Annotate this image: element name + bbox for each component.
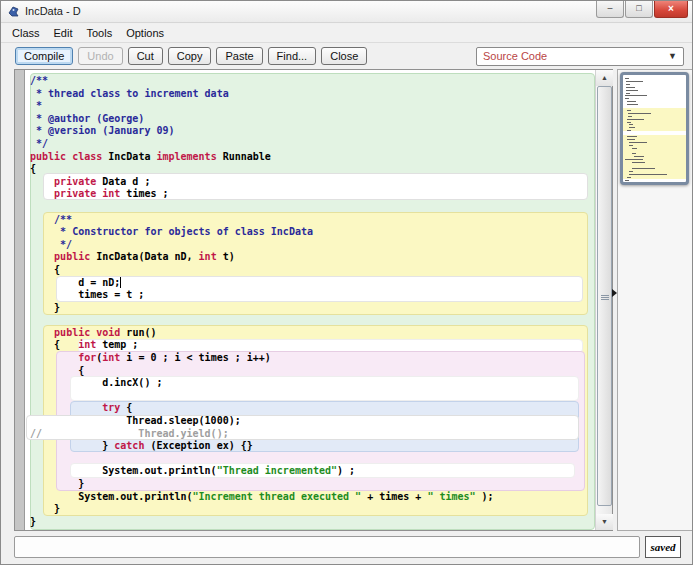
statusbar: saved	[1, 533, 693, 565]
code-line: private int times ;	[30, 188, 595, 201]
window-title: IncData - D	[25, 5, 81, 17]
mini-code-line	[628, 116, 632, 117]
code-line: System.out.println("Thread incremented")…	[30, 465, 595, 478]
mini-code-line	[625, 180, 629, 181]
code-line	[30, 314, 595, 327]
chevron-down-icon: ▼	[668, 48, 677, 65]
mini-code-line	[629, 145, 633, 146]
code-lines: /** * thread class to increment data * *…	[26, 75, 595, 528]
code-line: d = nD;	[30, 277, 595, 290]
mini-code-line	[629, 171, 633, 172]
minimize-button[interactable]: –	[596, 1, 624, 18]
naviview-viewport[interactable]	[620, 72, 689, 185]
copy-button[interactable]: Copy	[168, 47, 212, 65]
mini-code-line	[632, 168, 655, 169]
code-line: * @version (January 09)	[30, 125, 595, 138]
undo-button[interactable]: Undo	[78, 47, 122, 65]
text-caret	[120, 277, 121, 288]
mini-code-line	[629, 174, 667, 175]
mini-code-line	[629, 142, 647, 143]
code-line: * thread class to increment data	[30, 88, 595, 101]
code-line: */	[30, 138, 595, 151]
source-editor: /** * thread class to increment data * *…	[14, 69, 613, 531]
code-line: Thread.sleep(1000);	[30, 415, 595, 428]
breakpoint-gutter[interactable]	[15, 70, 25, 530]
toolbar: Compile Undo Cut Copy Paste Find... Clos…	[1, 43, 692, 69]
code-line: * Constructor for objects of class IncDa…	[30, 226, 595, 239]
menu-options[interactable]: Options	[119, 25, 171, 41]
status-message-field	[14, 536, 640, 558]
mini-code-line	[627, 104, 637, 105]
mini-code-line	[634, 156, 644, 157]
scroll-up-icon[interactable]: ▲	[596, 70, 613, 86]
code-line: * @author (George)	[30, 113, 595, 126]
mini-code-line	[625, 98, 629, 99]
titlebar: IncData - D – □ ×	[1, 1, 692, 23]
mini-code-line	[627, 177, 631, 178]
mini-code-line	[627, 122, 631, 123]
view-mode-dropdown[interactable]: Source Code ▼	[476, 47, 684, 66]
code-line: System.out.println("Increment thread exe…	[30, 491, 595, 504]
code-line: for(int i = 0 ; i < times ; i++)	[30, 352, 595, 365]
mini-code-line	[625, 95, 647, 96]
bluej-editor-window: IncData - D – □ × Class Edit Tools Optio…	[0, 0, 693, 565]
mini-code-line	[627, 110, 631, 111]
vertical-scrollbar[interactable]: ▲ ▼	[595, 70, 612, 530]
code-line: /**	[30, 75, 595, 88]
mini-code-line	[627, 101, 636, 102]
code-line: */	[30, 239, 595, 252]
compile-button[interactable]: Compile	[15, 47, 73, 65]
code-line: public void run()	[30, 327, 595, 340]
menu-edit[interactable]: Edit	[47, 25, 80, 41]
mini-code-line	[626, 87, 636, 88]
mini-code-line	[626, 90, 639, 91]
mini-code-line	[627, 119, 644, 120]
menubar: Class Edit Tools Options	[1, 24, 692, 43]
code-line: try {	[30, 402, 595, 415]
close-window-button[interactable]: ×	[654, 1, 688, 18]
mini-code-line	[628, 113, 651, 114]
mini-code-line	[627, 136, 636, 137]
code-line: {	[30, 264, 595, 277]
code-line: {	[30, 365, 595, 378]
mini-code-line	[632, 153, 636, 154]
maximize-button[interactable]: □	[625, 1, 653, 18]
code-line: }	[30, 516, 595, 529]
code-line: } catch (Exception ex) {}	[30, 440, 595, 453]
naviview-panel	[617, 69, 693, 531]
code-line	[30, 390, 595, 403]
code-line: d.incX() ;	[30, 377, 595, 390]
code-line: public class IncData implements Runnable	[30, 151, 595, 164]
code-line: {	[30, 163, 595, 176]
mini-code-line	[626, 84, 630, 85]
scroll-down-icon[interactable]: ▼	[596, 514, 613, 530]
code-line	[30, 201, 595, 214]
menu-tools[interactable]: Tools	[79, 25, 119, 41]
code-line: { int temp ;	[30, 339, 595, 352]
main-area: /** * thread class to increment data * *…	[1, 69, 693, 533]
close-editor-button[interactable]: Close	[321, 47, 367, 65]
scrollbar-thumb[interactable]	[597, 86, 612, 506]
menu-class[interactable]: Class	[5, 25, 47, 41]
paste-button[interactable]: Paste	[216, 47, 262, 65]
thumb-grip-icon	[601, 295, 609, 301]
cut-button[interactable]: Cut	[128, 47, 163, 65]
code-line: public IncData(Data nD, int t)	[30, 251, 595, 264]
mini-code-line	[627, 139, 635, 140]
mini-code-line	[632, 162, 646, 163]
mini-code-line	[627, 130, 631, 131]
find-button[interactable]: Find...	[268, 47, 317, 65]
code-line: *	[30, 100, 595, 113]
mini-code-line	[632, 148, 638, 149]
mini-code-line	[626, 81, 644, 82]
bluej-app-icon	[7, 5, 20, 18]
mini-code-line	[625, 159, 643, 160]
code-pane[interactable]: /** * thread class to increment data * *…	[26, 70, 595, 530]
mini-code-line	[629, 124, 633, 125]
mini-code-line	[625, 78, 629, 79]
code-line: }	[30, 478, 595, 491]
view-mode-value: Source Code	[483, 50, 547, 62]
mini-code-line	[629, 127, 635, 128]
code-line: times = t ;	[30, 289, 595, 302]
mini-code-line	[626, 93, 630, 94]
